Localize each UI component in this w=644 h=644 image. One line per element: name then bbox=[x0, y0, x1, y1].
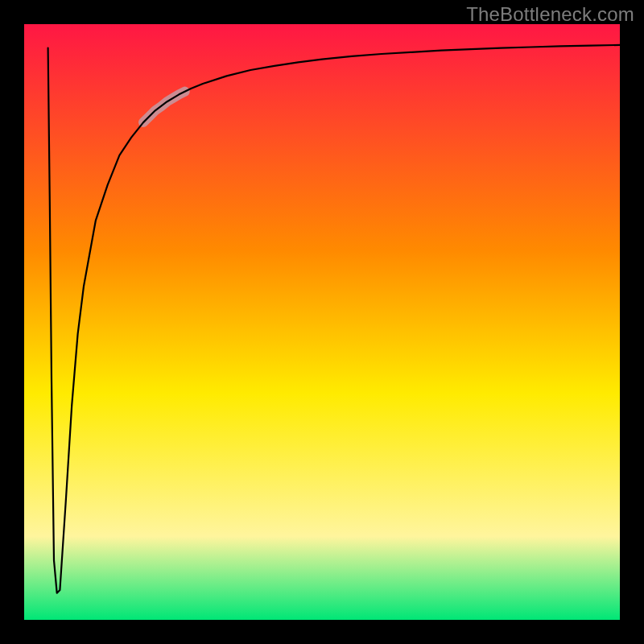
plot-area bbox=[24, 24, 620, 620]
chart-container: { "watermark": "TheBottleneck.com", "cha… bbox=[0, 0, 644, 644]
bottleneck-chart bbox=[0, 0, 644, 644]
watermark-text: TheBottleneck.com bbox=[466, 3, 634, 26]
